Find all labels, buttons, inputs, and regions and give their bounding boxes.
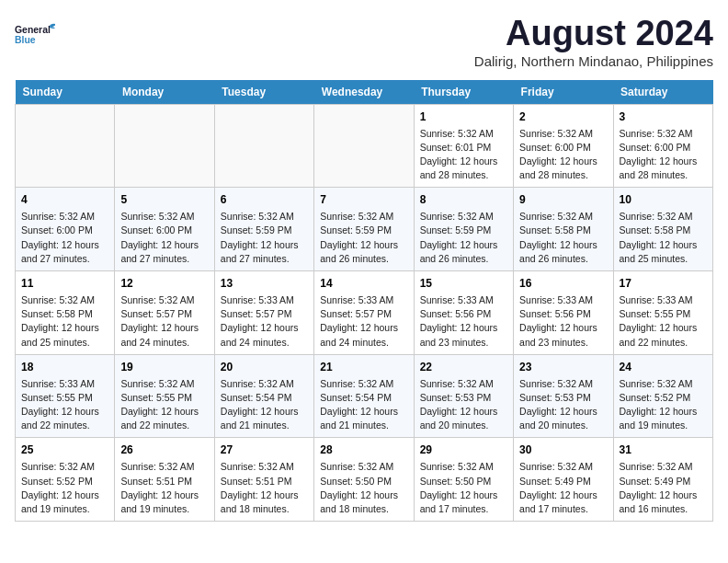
day-info: Sunrise: 5:32 AM Sunset: 6:00 PM Dayligh…	[21, 210, 108, 266]
calendar-cell: 8Sunrise: 5:32 AM Sunset: 5:59 PM Daylig…	[414, 188, 513, 271]
day-info: Sunrise: 5:32 AM Sunset: 5:58 PM Dayligh…	[519, 210, 607, 266]
calendar-cell: 15Sunrise: 5:33 AM Sunset: 5:56 PM Dayli…	[414, 271, 513, 355]
month-year-title: August 2024	[474, 15, 713, 53]
day-number: 14	[320, 276, 407, 292]
calendar-cell: 6Sunrise: 5:32 AM Sunset: 5:59 PM Daylig…	[214, 188, 313, 271]
day-info: Sunrise: 5:32 AM Sunset: 6:00 PM Dayligh…	[519, 127, 607, 183]
day-number: 12	[120, 276, 208, 292]
day-info: Sunrise: 5:32 AM Sunset: 5:59 PM Dayligh…	[320, 210, 407, 266]
day-number: 1	[420, 109, 507, 125]
week-row-4: 18Sunrise: 5:33 AM Sunset: 5:55 PM Dayli…	[16, 354, 713, 438]
col-sunday: Sunday	[16, 80, 115, 105]
day-info: Sunrise: 5:32 AM Sunset: 5:59 PM Dayligh…	[420, 210, 507, 266]
day-info: Sunrise: 5:32 AM Sunset: 5:49 PM Dayligh…	[519, 460, 607, 516]
day-number: 27	[221, 442, 308, 458]
calendar-cell	[214, 104, 313, 188]
day-number: 5	[120, 192, 208, 208]
day-number: 21	[320, 360, 407, 375]
week-row-2: 4Sunrise: 5:32 AM Sunset: 6:00 PM Daylig…	[16, 188, 713, 271]
day-number: 25	[21, 442, 108, 458]
day-info: Sunrise: 5:33 AM Sunset: 5:55 PM Dayligh…	[21, 377, 108, 433]
day-info: Sunrise: 5:32 AM Sunset: 5:52 PM Dayligh…	[620, 377, 707, 433]
day-info: Sunrise: 5:33 AM Sunset: 5:56 PM Dayligh…	[519, 293, 607, 350]
day-number: 18	[21, 360, 108, 375]
day-info: Sunrise: 5:32 AM Sunset: 5:53 PM Dayligh…	[519, 377, 607, 433]
day-number: 8	[420, 192, 507, 208]
calendar-cell: 29Sunrise: 5:32 AM Sunset: 5:50 PM Dayli…	[414, 438, 513, 522]
col-monday: Monday	[115, 80, 214, 105]
day-info: Sunrise: 5:32 AM Sunset: 5:58 PM Dayligh…	[21, 293, 108, 350]
day-info: Sunrise: 5:32 AM Sunset: 5:54 PM Dayligh…	[221, 377, 308, 433]
day-number: 9	[519, 192, 607, 208]
calendar-cell: 1Sunrise: 5:32 AM Sunset: 6:01 PM Daylig…	[414, 104, 513, 188]
day-info: Sunrise: 5:32 AM Sunset: 6:01 PM Dayligh…	[420, 127, 507, 183]
calendar-cell: 22Sunrise: 5:32 AM Sunset: 5:53 PM Dayli…	[414, 354, 513, 438]
calendar-cell: 27Sunrise: 5:32 AM Sunset: 5:51 PM Dayli…	[214, 438, 313, 522]
header-row: Sunday Monday Tuesday Wednesday Thursday…	[16, 80, 713, 105]
calendar-cell: 28Sunrise: 5:32 AM Sunset: 5:50 PM Dayli…	[314, 438, 414, 522]
day-number: 24	[620, 360, 707, 375]
day-number: 30	[519, 442, 607, 458]
day-info: Sunrise: 5:32 AM Sunset: 5:58 PM Dayligh…	[620, 210, 707, 266]
day-number: 28	[320, 442, 407, 458]
day-info: Sunrise: 5:32 AM Sunset: 5:49 PM Dayligh…	[620, 460, 707, 516]
day-info: Sunrise: 5:33 AM Sunset: 5:57 PM Dayligh…	[221, 293, 308, 350]
day-info: Sunrise: 5:32 AM Sunset: 5:51 PM Dayligh…	[120, 460, 208, 516]
day-info: Sunrise: 5:32 AM Sunset: 5:53 PM Dayligh…	[420, 377, 507, 433]
calendar-cell: 11Sunrise: 5:32 AM Sunset: 5:58 PM Dayli…	[16, 271, 115, 355]
calendar-cell: 16Sunrise: 5:33 AM Sunset: 5:56 PM Dayli…	[514, 271, 613, 355]
day-number: 2	[519, 109, 607, 125]
col-tuesday: Tuesday	[214, 80, 313, 105]
calendar-cell	[115, 104, 214, 188]
week-row-3: 11Sunrise: 5:32 AM Sunset: 5:58 PM Dayli…	[16, 271, 713, 355]
calendar-cell: 25Sunrise: 5:32 AM Sunset: 5:52 PM Dayli…	[16, 438, 115, 522]
day-number: 22	[420, 360, 507, 375]
day-info: Sunrise: 5:32 AM Sunset: 5:59 PM Dayligh…	[221, 210, 308, 266]
calendar-cell: 30Sunrise: 5:32 AM Sunset: 5:49 PM Dayli…	[514, 438, 613, 522]
day-info: Sunrise: 5:32 AM Sunset: 6:00 PM Dayligh…	[620, 127, 707, 183]
day-number: 6	[221, 192, 308, 208]
calendar-cell: 24Sunrise: 5:32 AM Sunset: 5:52 PM Dayli…	[613, 354, 712, 438]
day-info: Sunrise: 5:32 AM Sunset: 6:00 PM Dayligh…	[120, 210, 208, 266]
calendar-cell: 13Sunrise: 5:33 AM Sunset: 5:57 PM Dayli…	[214, 271, 313, 355]
day-number: 29	[420, 442, 507, 458]
header: General Blue August 2024 Dalirig, Northe…	[15, 15, 713, 69]
col-saturday: Saturday	[613, 80, 712, 105]
calendar-cell: 14Sunrise: 5:33 AM Sunset: 5:57 PM Dayli…	[314, 271, 414, 355]
day-info: Sunrise: 5:32 AM Sunset: 5:54 PM Dayligh…	[320, 377, 407, 433]
calendar-cell: 4Sunrise: 5:32 AM Sunset: 6:00 PM Daylig…	[16, 188, 115, 271]
day-number: 16	[519, 276, 607, 292]
day-number: 26	[120, 442, 208, 458]
day-number: 31	[620, 442, 707, 458]
location-label: Dalirig, Northern Mindanao, Philippines	[474, 53, 713, 69]
calendar-cell: 12Sunrise: 5:32 AM Sunset: 5:57 PM Dayli…	[115, 271, 214, 355]
calendar-cell: 9Sunrise: 5:32 AM Sunset: 5:58 PM Daylig…	[514, 188, 613, 271]
svg-text:General: General	[15, 25, 51, 35]
day-info: Sunrise: 5:32 AM Sunset: 5:50 PM Dayligh…	[420, 460, 507, 516]
calendar-cell	[16, 104, 115, 188]
calendar-table: Sunday Monday Tuesday Wednesday Thursday…	[15, 80, 713, 522]
calendar-cell: 17Sunrise: 5:33 AM Sunset: 5:55 PM Dayli…	[613, 271, 712, 355]
col-friday: Friday	[514, 80, 613, 105]
svg-text:Blue: Blue	[15, 35, 36, 45]
day-info: Sunrise: 5:33 AM Sunset: 5:55 PM Dayligh…	[620, 293, 707, 350]
day-number: 10	[620, 192, 707, 208]
day-number: 23	[519, 360, 607, 375]
day-number: 17	[620, 276, 707, 292]
col-thursday: Thursday	[414, 80, 513, 105]
day-number: 4	[21, 192, 108, 208]
day-number: 20	[221, 360, 308, 375]
day-info: Sunrise: 5:33 AM Sunset: 5:56 PM Dayligh…	[420, 293, 507, 350]
title-area: August 2024 Dalirig, Northern Mindanao, …	[474, 15, 713, 69]
calendar-body: 1Sunrise: 5:32 AM Sunset: 6:01 PM Daylig…	[16, 104, 713, 521]
day-number: 3	[620, 109, 707, 125]
day-number: 13	[221, 276, 308, 292]
day-info: Sunrise: 5:32 AM Sunset: 5:52 PM Dayligh…	[21, 460, 108, 516]
calendar-cell: 19Sunrise: 5:32 AM Sunset: 5:55 PM Dayli…	[115, 354, 214, 438]
calendar-cell: 3Sunrise: 5:32 AM Sunset: 6:00 PM Daylig…	[613, 104, 712, 188]
col-wednesday: Wednesday	[314, 80, 414, 105]
logo: General Blue	[15, 15, 55, 55]
calendar-cell: 5Sunrise: 5:32 AM Sunset: 6:00 PM Daylig…	[115, 188, 214, 271]
calendar-cell: 7Sunrise: 5:32 AM Sunset: 5:59 PM Daylig…	[314, 188, 414, 271]
calendar-cell: 18Sunrise: 5:33 AM Sunset: 5:55 PM Dayli…	[16, 354, 115, 438]
